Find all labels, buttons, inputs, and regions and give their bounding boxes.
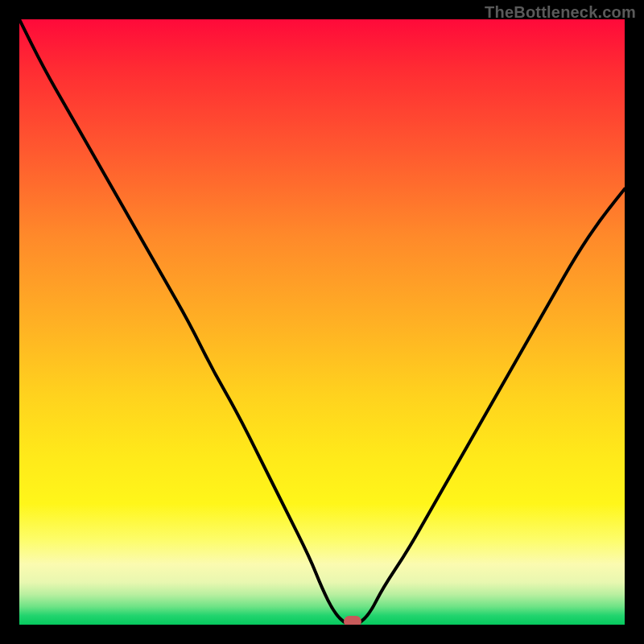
chart-stage: TheBottleneck.com (0, 0, 644, 644)
watermark-text: TheBottleneck.com (485, 3, 636, 22)
bottleneck-curve (19, 19, 625, 625)
optimal-point-marker (344, 616, 361, 625)
plot-area (19, 19, 625, 625)
